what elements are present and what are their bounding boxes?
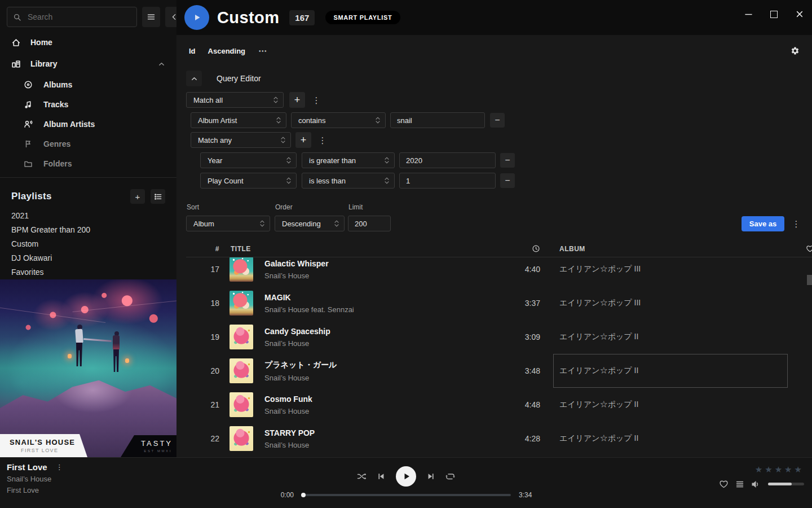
track-row[interactable]: 21 Cosmo Funk Snail’s House 4:48 エイリアン☆ポ… [186, 388, 812, 422]
next-icon [426, 472, 435, 481]
sort-field-button[interactable]: Id [189, 47, 196, 55]
sidebar-item-albums[interactable]: Albums [0, 75, 176, 94]
sort-direction-button[interactable]: Ascending [208, 47, 245, 55]
plus-icon: + [294, 95, 301, 105]
track-duration: 4:48 [506, 400, 540, 409]
track-title: Cosmo Funk [264, 395, 506, 404]
rule-value-input[interactable] [399, 152, 496, 168]
search-input-box[interactable] [7, 7, 137, 27]
sidebar-item-folders[interactable]: Folders [0, 154, 176, 173]
column-header-duration[interactable] [506, 244, 540, 253]
add-rule-button[interactable]: + [289, 92, 305, 108]
next-track-button[interactable] [426, 472, 435, 481]
track-row[interactable]: 18 MAGIK Snail’s House feat. Sennzai 3:3… [186, 286, 812, 320]
track-row[interactable]: 17 Galactic Whisper Snail’s House 4:40 エ… [186, 252, 812, 286]
track-table-header: # TITLE ALBUM [186, 240, 812, 257]
rule-value-input[interactable] [390, 112, 485, 128]
order-value: Descending [282, 220, 321, 228]
repeat-button[interactable] [445, 472, 455, 481]
play-playlist-button[interactable] [184, 5, 209, 30]
search-icon [13, 13, 21, 21]
maximize-button[interactable] [761, 0, 787, 28]
now-playing-artist: Snail’s House [7, 475, 63, 483]
add-playlist-button[interactable]: + [130, 189, 145, 204]
queue-button[interactable] [735, 480, 744, 489]
chevron-up-icon[interactable] [158, 60, 165, 68]
playlist-item[interactable]: Custom [0, 237, 176, 251]
chevron-up-icon [191, 75, 198, 82]
rule-field-select[interactable]: Year [200, 152, 297, 168]
shuffle-button[interactable] [357, 472, 367, 481]
rule-field-select[interactable]: Play Count [200, 173, 297, 189]
sort-select[interactable]: Album [186, 216, 270, 231]
save-as-button[interactable]: Save as [742, 216, 784, 231]
settings-button[interactable] [791, 46, 800, 55]
column-header-title[interactable]: TITLE [219, 245, 506, 253]
remove-rule-button[interactable]: − [490, 113, 505, 128]
rating-stars[interactable]: ★★★★★ [755, 465, 804, 475]
limit-input[interactable] [348, 216, 391, 231]
save-menu-icon[interactable]: ⋮ [792, 220, 801, 228]
previous-track-button[interactable] [377, 472, 386, 481]
artist-icon [24, 120, 33, 129]
scrollbar-thumb[interactable] [807, 275, 812, 285]
playlist-item[interactable]: 2021 [0, 208, 176, 222]
search-input[interactable] [27, 12, 131, 22]
total-time: 3:34 [519, 491, 536, 499]
track-artist: Snail’s House [264, 271, 506, 280]
track-row[interactable]: 20 プラネット・ガール Snail’s House 3:48 エイリアン☆ポッ… [186, 354, 812, 388]
sort-caret-icon [384, 177, 390, 185]
rule-operator-select[interactable]: contains [291, 112, 386, 128]
remove-rule-button[interactable]: − [500, 173, 515, 188]
home-label: Home [30, 38, 52, 47]
playlist-item[interactable]: DJ Okawari [0, 251, 176, 265]
plus-icon: + [135, 192, 140, 202]
rule-operator-select[interactable]: is less than [302, 173, 395, 189]
previous-icon [377, 472, 386, 481]
volume-button[interactable] [751, 480, 760, 489]
playlist-item[interactable]: BPM Greater than 200 [0, 222, 176, 237]
track-number: 18 [186, 299, 219, 308]
play-pause-button[interactable] [396, 466, 416, 487]
column-header-favorite[interactable] [798, 244, 812, 253]
column-header-album[interactable]: ALBUM [559, 245, 798, 253]
menu-button[interactable] [142, 7, 160, 27]
progress-bar[interactable] [302, 494, 511, 496]
track-row[interactable]: 19 Candy Spaceship Snail’s House 3:09 エイ… [186, 320, 812, 354]
close-button[interactable] [787, 0, 812, 28]
now-playing-menu-icon[interactable]: ⋮ [56, 463, 63, 471]
rule-value-input[interactable] [399, 173, 496, 189]
minimize-icon [744, 10, 753, 19]
sidebar-item-home[interactable]: Home [0, 32, 176, 53]
sort-label: Sort [187, 203, 270, 211]
playlist-item[interactable]: Favorites [0, 265, 176, 279]
match-type-select[interactable]: Match any [191, 132, 291, 148]
minimize-button[interactable] [736, 0, 761, 28]
clock-icon [532, 244, 540, 253]
column-header-number[interactable]: # [186, 245, 219, 253]
more-options-icon[interactable]: ••• [259, 48, 267, 54]
add-rule-button[interactable]: + [295, 132, 311, 148]
match-type-select[interactable]: Match all [186, 92, 284, 108]
sidebar-item-library[interactable]: Library [0, 53, 176, 75]
volume-slider[interactable] [768, 483, 804, 485]
rule-field-select[interactable]: Album Artist [191, 112, 286, 128]
track-artist: Snail’s House [264, 407, 506, 415]
group-menu-icon[interactable]: ⋮ [312, 96, 321, 104]
rule-field-value: Play Count [208, 177, 244, 185]
playlist-options-button[interactable] [151, 189, 165, 204]
progress-handle[interactable] [301, 493, 306, 497]
collapse-query-editor-button[interactable] [186, 71, 202, 86]
order-select[interactable]: Descending [275, 216, 345, 231]
tracks-label: Tracks [43, 100, 68, 109]
favorite-button[interactable] [719, 479, 729, 489]
remove-rule-button[interactable]: − [500, 153, 515, 168]
group-menu-icon[interactable]: ⋮ [318, 136, 327, 144]
sidebar-item-genres[interactable]: Genres [0, 134, 176, 154]
minus-icon: − [505, 176, 510, 185]
track-row[interactable]: 22 STARRY POP Snail’s House 4:28 エイリアン☆ポ… [186, 422, 812, 456]
art-figure-right [111, 331, 123, 396]
sidebar-item-tracks[interactable]: Tracks [0, 94, 176, 114]
sidebar-item-album-artists[interactable]: Album Artists [0, 114, 176, 134]
rule-operator-select[interactable]: is greater than [302, 152, 395, 168]
